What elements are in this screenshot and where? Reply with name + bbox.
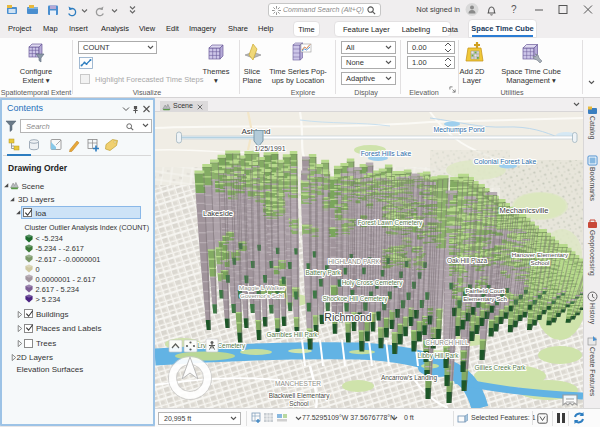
svg-text:MANCHESTER: MANCHESTER: [275, 380, 321, 387]
svg-text:Forest Hills Lake: Forest Hills Lake: [361, 150, 412, 157]
svg-text:Hanover Elementary: Hanover Elementary: [512, 251, 569, 258]
svg-text:1/25/1991: 1/25/1991: [254, 145, 285, 152]
svg-text:Oak Hill Plaza: Oak Hill Plaza: [447, 257, 488, 264]
svg-text:Gillies Creek Park: Gillies Creek Park: [474, 364, 526, 371]
svg-text:Shockoe Hill Cemetery: Shockoe Hill Cemetery: [323, 295, 389, 303]
svg-text:Blackwell Elementary: Blackwell Elementary: [269, 392, 331, 400]
svg-text:R Lrview Cemetery: R Lrview Cemetery: [191, 342, 246, 350]
svg-text:CHURCH HILL: CHURCH HILL: [426, 339, 469, 346]
svg-text:HIGHLAND PARK: HIGHLAND PARK: [328, 258, 380, 265]
svg-text:Gambles Hill Park: Gambles Hill Park: [266, 331, 318, 338]
svg-text:Lakeside: Lakeside: [203, 209, 233, 218]
svg-text:Elementary Sch: Elementary Sch: [463, 295, 507, 302]
svg-text:Mechanicsville: Mechanicsville: [500, 206, 549, 215]
svg-text:?: ?: [511, 4, 517, 15]
svg-text:Fairfield Court: Fairfield Court: [466, 287, 505, 294]
svg-text:School: School: [531, 259, 550, 266]
svg-text:Governor's Schl: Governor's Schl: [240, 292, 284, 299]
svg-text:School: School: [289, 400, 309, 407]
svg-text:Richmond: Richmond: [324, 311, 371, 323]
svg-text:Mechumps Pond: Mechumps Pond: [433, 126, 484, 134]
svg-text:Ancarrow's Landing: Ancarrow's Landing: [381, 374, 437, 382]
svg-text:Forest Lawn Cemetery: Forest Lawn Cemetery: [358, 219, 423, 227]
svg-text:Maggie L Walker: Maggie L Walker: [239, 284, 285, 291]
svg-text:Colonial Forest Lake: Colonial Forest Lake: [474, 158, 537, 165]
svg-text:Battery Park: Battery Park: [305, 269, 341, 277]
svg-text:Holy Cross Cemetery: Holy Cross Cemetery: [342, 279, 404, 287]
svg-text:Libby Hill Park: Libby Hill Park: [418, 352, 460, 360]
